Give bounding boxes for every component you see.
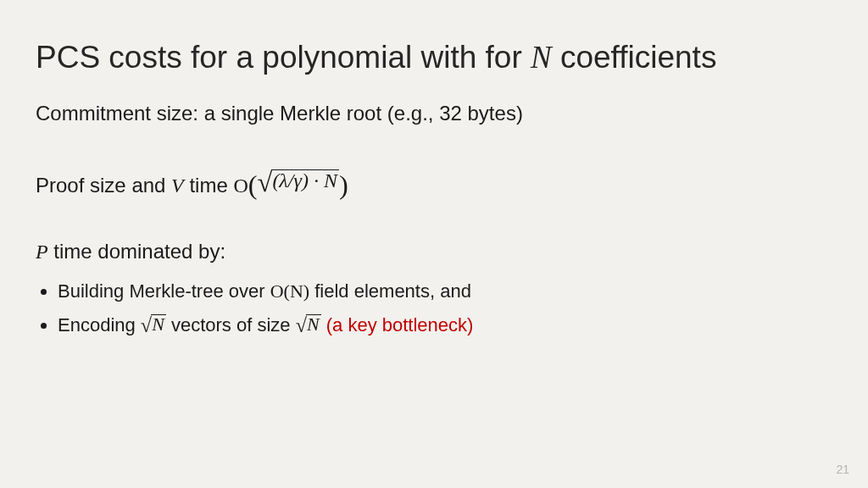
title-var-n: N	[531, 40, 552, 75]
sqrt-n-inner-2: N	[307, 313, 320, 335]
slide-title: PCS costs for a polynomial with for N co…	[36, 39, 832, 76]
proof-line: Proof size and V time O(√(λ/γ) · N)	[36, 165, 832, 202]
ptime-line: P time dominated by:	[36, 240, 832, 263]
slide: PCS costs for a polynomial with for N co…	[0, 0, 868, 488]
bullet1-bigO: O(N)	[270, 280, 309, 302]
bullet1-pre: Building Merkle-tree over	[58, 280, 270, 302]
sqrt-inner: (λ/γ) · N	[272, 169, 337, 191]
title-text-post: coefficients	[552, 40, 717, 75]
commitment-line: Commitment size: a single Merkle root (e…	[36, 100, 832, 127]
sqrt-n-1: √N	[141, 314, 166, 335]
proof-mid: time	[184, 174, 234, 197]
title-text-pre: PCS costs for a polynomial with for	[36, 40, 531, 75]
sqrt-n-2: √N	[296, 314, 321, 335]
ptime-var-p: P	[36, 241, 48, 263]
page-number: 21	[836, 463, 849, 476]
sqrt-expr: √(λ/γ) · N	[258, 169, 339, 197]
close-paren: )	[339, 169, 348, 200]
bullet-list: Building Merkle-tree over O(N) field ele…	[36, 277, 832, 340]
bullet2-pre: Encoding	[58, 314, 141, 336]
bullet2-red: (a key bottleneck)	[326, 314, 474, 336]
open-paren: (	[248, 169, 258, 200]
list-item: Building Merkle-tree over O(N) field ele…	[58, 277, 832, 306]
sqrt-n-inner-1: N	[152, 313, 164, 335]
proof-var-v: V	[171, 175, 184, 197]
bullet2-mid: vectors of size	[166, 314, 296, 336]
list-item: Encoding √N vectors of size √N (a key bo…	[58, 311, 832, 340]
ptime-post: time dominated by:	[48, 240, 225, 263]
big-o-letter: O	[233, 175, 248, 197]
proof-pre: Proof size and	[36, 174, 171, 197]
bullet1-post: field elements, and	[309, 280, 471, 302]
